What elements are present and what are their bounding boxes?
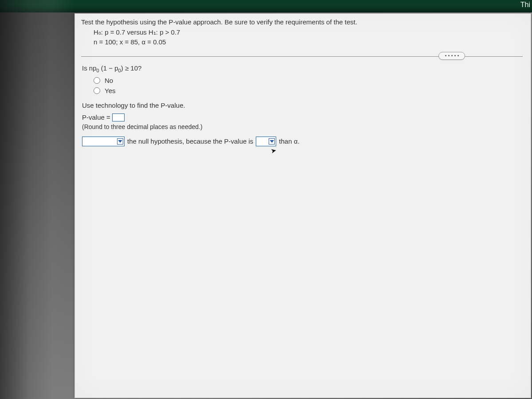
option-yes-label: Yes (105, 87, 115, 94)
radio-no[interactable] (94, 77, 100, 84)
divider-row (81, 54, 523, 60)
req-text-3: ) ≥ 10? (121, 64, 142, 72)
requirement-options: No Yes (94, 77, 523, 94)
radio-yes[interactable] (94, 87, 100, 94)
problem-intro: Test the hypothesis using the P-value ap… (81, 17, 523, 27)
problem-hypotheses: H₀: p = 0.7 versus H₁: p > 0.7 (81, 27, 523, 38)
dot-icon (448, 55, 450, 56)
mouse-cursor-icon: ➤ (270, 146, 277, 155)
app-header: Thi (0, 0, 532, 12)
more-options-button[interactable] (438, 52, 465, 60)
dropdown-caret-icon (269, 138, 275, 145)
dot-icon (445, 55, 446, 56)
decision-dropdown[interactable] (82, 137, 125, 146)
dot-icon (458, 55, 459, 56)
pvalue-input[interactable] (112, 113, 125, 121)
option-no-row: No (94, 77, 523, 84)
pvalue-row: P-value = (82, 113, 523, 121)
conclusion-row: the null hypothesis, because the P-value… (82, 137, 523, 146)
question-panel: Test the hypothesis using the P-value ap… (74, 13, 531, 398)
dot-icon (454, 55, 456, 56)
pvalue-label: P-value = (82, 113, 110, 121)
req-text-2: (1 − p (101, 64, 118, 72)
dropdown-caret-icon (117, 138, 123, 145)
dot-icon (451, 55, 453, 56)
option-yes-row: Yes (94, 87, 523, 94)
conclusion-text-1: the null hypothesis, because the P-value… (127, 137, 253, 145)
req-text-1: Is np (82, 64, 97, 72)
problem-given: n = 100; x = 85, α = 0.05 (81, 37, 523, 47)
req-sub-1: 0 (97, 68, 99, 73)
photo-edge-blur (0, 0, 74, 399)
problem-statement: Test the hypothesis using the P-value ap… (81, 17, 523, 47)
requirement-question: Is np0 (1 − p0) ≥ 10? (82, 64, 523, 73)
header-text-fragment: Thi (520, 1, 530, 9)
compare-dropdown[interactable] (256, 137, 276, 146)
pvalue-round-note: (Round to three decimal places as needed… (82, 123, 523, 130)
conclusion-text-2: than α. (279, 137, 299, 145)
pvalue-instruction: Use technology to find the P-value. (82, 102, 523, 109)
option-no-label: No (105, 77, 113, 84)
